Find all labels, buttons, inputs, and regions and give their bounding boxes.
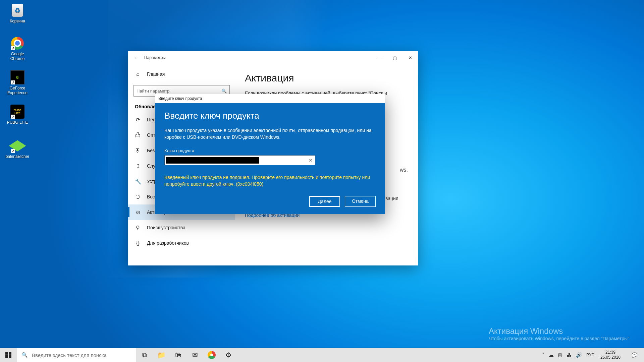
task-view-icon: ⧉ (140, 351, 149, 359)
window-titlebar[interactable]: ← Параметры — ▢ ✕ (128, 51, 418, 64)
store-icon: 🛍 (174, 351, 182, 359)
security-tray-icon[interactable]: ⛨ (558, 352, 563, 358)
recycle-bin-icon (10, 3, 24, 17)
etcher-icon: ↗ (10, 139, 24, 153)
watermark-subtitle: Чтобы активировать Windows, перейдите в … (489, 336, 631, 341)
pubg-icon: PUBGLITE↗ (10, 105, 24, 119)
taskbar-search-placeholder: Введите здесь текст для поиска (32, 352, 107, 358)
taskbar-search-input[interactable]: 🔍 Введите здесь текст для поиска (17, 348, 136, 362)
recovery-icon: ⭯ (135, 194, 141, 200)
product-key-label: Ключ продукта (164, 148, 376, 153)
windows-logo-icon (5, 352, 11, 358)
watermark-title: Активация Windows (489, 326, 631, 336)
sidebar-item-label: Главная (147, 71, 165, 77)
chrome-icon (207, 351, 216, 359)
desktop-icon-label: PUBG LITE (4, 120, 31, 125)
system-tray: ˄ ☁ ⛨ 🖧 🔊 РУС 21:39 26.05.2020 💬 (540, 348, 644, 362)
onedrive-icon[interactable]: ☁ (549, 352, 554, 358)
action-center-button[interactable]: 💬 (627, 352, 642, 358)
sidebar-item-find-device[interactable]: ⚲ Поиск устройства (128, 220, 235, 235)
taskbar-clock[interactable]: 21:39 26.05.2020 (598, 350, 623, 360)
volume-icon[interactable]: 🔊 (576, 352, 582, 358)
close-button[interactable]: ✕ (402, 51, 418, 64)
desktop-icon-pubg[interactable]: PUBGLITE↗ PUBG LITE (4, 105, 31, 125)
taskbar: 🔍 Введите здесь текст для поиска ⧉ 📁 🛍 ✉… (0, 348, 644, 362)
desktop-icon-etcher[interactable]: ↗ balenaEtcher (4, 139, 31, 159)
search-icon: 🔍 (21, 352, 28, 358)
clock-date: 26.05.2020 (600, 355, 621, 360)
desktop-icon-chrome[interactable]: ↗ Google Chrome (4, 36, 31, 61)
backup-icon: ↥ (135, 163, 141, 169)
desktop-icon-label: balenaEtcher (4, 154, 31, 159)
minimize-button[interactable]: — (372, 51, 387, 64)
activation-watermark: Активация Windows Чтобы активировать Win… (489, 326, 631, 341)
taskbar-app-store[interactable]: 🛍 (170, 348, 186, 362)
desktop-icon-label: GeForce Experience (4, 86, 31, 95)
desktop-icon-label: Корзина (4, 19, 31, 23)
language-indicator[interactable]: РУС (586, 353, 594, 357)
sidebar-item-label: Поиск устройства (147, 225, 185, 230)
back-icon[interactable]: ← (128, 54, 144, 61)
clock-time: 21:39 (600, 350, 621, 355)
shield-icon: ⛨ (135, 147, 141, 154)
task-view-button[interactable]: ⧉ (136, 348, 153, 362)
geforce-icon: G↗ (10, 70, 24, 84)
dialog-heading: Введите ключ продукта (164, 111, 376, 121)
search-placeholder: Найти параметр (137, 88, 169, 94)
desktop-icon-label: Google Chrome (4, 52, 31, 61)
clear-input-icon[interactable]: ✕ (306, 158, 315, 163)
tray-overflow-icon[interactable]: ˄ (542, 352, 545, 358)
sidebar-item-developers[interactable]: {} Для разработчиков (128, 235, 235, 251)
home-icon: ⌂ (135, 71, 141, 77)
taskbar-app-settings[interactable]: ⚙ (220, 348, 237, 362)
start-button[interactable] (0, 348, 17, 362)
mail-icon: ✉ (191, 351, 199, 359)
location-icon: ⚲ (135, 225, 141, 231)
network-icon[interactable]: 🖧 (567, 352, 572, 358)
maximize-button[interactable]: ▢ (387, 51, 402, 64)
taskbar-app-explorer[interactable]: 📁 (153, 348, 170, 362)
check-icon: ⊘ (135, 209, 141, 216)
chrome-icon: ↗ (10, 36, 24, 50)
dev-icon: {} (135, 240, 141, 246)
desktop-icon-recycle-bin[interactable]: Корзина (4, 3, 31, 23)
dialog-description: Ваш ключ продукта указан в сообщении эле… (164, 127, 376, 141)
wrench-icon: 🔧 (135, 178, 141, 185)
taskbar-app-chrome[interactable] (203, 348, 220, 362)
search-icon: 🔍 (221, 88, 227, 94)
notification-icon: 💬 (632, 352, 637, 358)
product-key-dialog: Введите ключ продукта Введите ключ проду… (155, 94, 385, 214)
next-button[interactable]: Далее (309, 196, 340, 207)
dialog-titlebar[interactable]: Введите ключ продукта (155, 94, 385, 103)
product-key-value-redacted (166, 157, 259, 164)
desktop-icon-geforce[interactable]: G↗ GeForce Experience (4, 70, 31, 95)
delivery-icon: 凸 (135, 132, 141, 139)
product-key-input[interactable]: ✕ (164, 155, 315, 165)
taskbar-app-mail[interactable]: ✉ (186, 348, 203, 362)
sync-icon: ⟳ (135, 117, 141, 123)
gear-icon: ⚙ (224, 351, 233, 359)
sidebar-item-label: Для разработчиков (147, 240, 189, 246)
cancel-button[interactable]: Отмена (345, 196, 376, 207)
page-title: Активация (245, 72, 409, 84)
folder-icon: 📁 (157, 351, 166, 359)
window-title: Параметры (144, 55, 372, 60)
product-key-error-text: Введенный ключ продукта не подошел. Пров… (164, 174, 376, 188)
sidebar-item-home[interactable]: ⌂ Главная (128, 66, 235, 82)
